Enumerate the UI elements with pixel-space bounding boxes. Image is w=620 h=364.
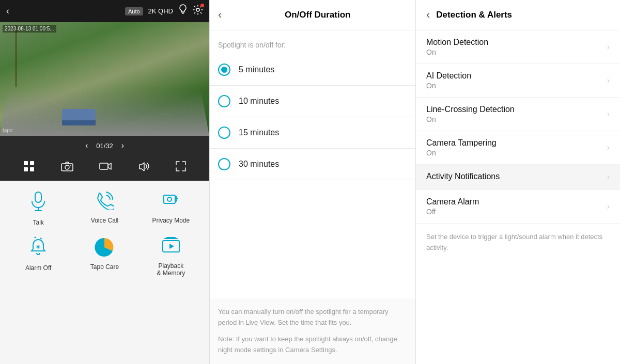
radio-10min (218, 95, 230, 107)
camera-alarm-item[interactable]: Camera Alarm Off › (416, 190, 620, 224)
line-crossing-chevron: › (607, 109, 610, 119)
motion-detection-title: Motion Detection (426, 38, 607, 47)
tapo-care-action[interactable]: Tapo Care (76, 236, 132, 277)
camera-header: ‹ Auto 2K QHD (0, 0, 209, 22)
ai-detection-content: AI Detection On (426, 71, 607, 90)
camera-feed: 2023-08-13 01:00:5... tapo (0, 22, 209, 136)
activity-notifications-title: Activity Notifications (426, 172, 607, 181)
record-icon[interactable] (99, 162, 112, 173)
alarm-off-icon (29, 236, 48, 261)
svg-rect-17 (34, 236, 36, 239)
svg-rect-18 (40, 238, 42, 240)
activity-notifications-chevron: › (607, 172, 610, 182)
label-5min: 5 minutes (239, 65, 274, 74)
svg-point-2 (196, 8, 199, 11)
fullscreen-icon[interactable] (176, 161, 186, 174)
privacy-mode-label: Privacy Mode (152, 217, 190, 224)
resolution-label: 2K QHD (148, 7, 173, 15)
activity-notifications-item[interactable]: Activity Notifications › (416, 165, 620, 190)
line-crossing-status: On (426, 115, 607, 123)
bulb-icon[interactable] (178, 4, 188, 18)
watermark: tapo (3, 128, 12, 133)
motion-detection-chevron: › (607, 42, 610, 52)
option-15min[interactable]: 15 minutes (210, 117, 415, 149)
header-controls: Auto 2K QHD (125, 4, 203, 18)
grid-icon[interactable] (23, 161, 35, 175)
motion-detection-item[interactable]: Motion Detection On › (416, 30, 620, 64)
svg-point-15 (167, 197, 172, 201)
svg-rect-1 (182, 13, 184, 14)
privacy-mode-icon (162, 191, 180, 214)
note-2: Note: If you want to keep the spotlight … (218, 334, 407, 356)
tapo-care-icon (94, 236, 115, 260)
middle-panel-title: On/Off Duration (228, 10, 407, 20)
svg-rect-3 (24, 161, 28, 165)
camera-tampering-item[interactable]: Camera Tampering On › (416, 131, 620, 165)
talk-label: Talk (33, 219, 43, 226)
camera-back-button[interactable]: ‹ (6, 6, 9, 17)
settings-icon[interactable] (193, 5, 203, 18)
voice-call-action[interactable]: Voice Call (76, 191, 132, 226)
ai-detection-chevron: › (607, 76, 610, 85)
line-crossing-content: Line-Crossing Detection On (426, 105, 607, 123)
svg-rect-7 (61, 164, 73, 171)
radio-5min (218, 64, 230, 76)
detection-alerts-panel: ‹ Detection & Alerts Motion Detection On… (416, 0, 620, 364)
camera-tampering-chevron: › (607, 143, 610, 152)
alarm-off-action[interactable]: Alarm Off (10, 236, 66, 277)
svg-rect-6 (30, 167, 34, 171)
line-crossing-item[interactable]: Line-Crossing Detection On › (416, 98, 620, 131)
ai-detection-title: AI Detection (426, 71, 607, 81)
detection-back-button[interactable]: ‹ (426, 8, 430, 22)
svg-rect-10 (100, 163, 108, 169)
note-1: You can manually turn on/off the spotlig… (218, 307, 407, 328)
camera-alarm-chevron: › (607, 202, 610, 211)
camera-alarm-title: Camera Alarm (426, 197, 607, 207)
motion-detection-status: On (426, 48, 607, 56)
ai-detection-status: On (426, 82, 607, 90)
svg-point-8 (65, 165, 69, 169)
voice-call-label: Voice Call (91, 217, 118, 224)
activity-notifications-content: Activity Notifications (426, 172, 607, 182)
onoff-duration-panel: ‹ On/Off Duration Spotlight is on/off fo… (209, 0, 416, 364)
svg-rect-16 (175, 198, 178, 199)
detection-panel-title: Detection & Alerts (436, 10, 512, 20)
frame-counter: 01/32 (96, 142, 113, 150)
talk-action[interactable]: Talk (10, 191, 66, 226)
camera-timestamp: 2023-08-13 01:00:5... (3, 25, 56, 33)
option-10min[interactable]: 10 minutes (210, 86, 415, 117)
detection-header: ‹ Detection & Alerts (416, 0, 620, 30)
svg-rect-5 (24, 167, 28, 171)
prev-frame-button[interactable]: ‹ (85, 141, 88, 150)
line-crossing-title: Line-Crossing Detection (426, 105, 607, 114)
option-30min[interactable]: 30 minutes (210, 149, 415, 180)
label-10min: 10 minutes (239, 97, 279, 106)
camera-alarm-status: Off (426, 208, 607, 216)
svg-rect-0 (181, 12, 184, 13)
motion-detection-content: Motion Detection On (426, 38, 607, 56)
next-frame-button[interactable]: › (121, 141, 124, 150)
playback-memory-action[interactable]: Playback& Memory (143, 236, 199, 277)
camera-tampering-content: Camera Tampering On (426, 138, 607, 157)
svg-rect-4 (30, 161, 34, 165)
label-30min: 30 minutes (239, 160, 279, 169)
svg-point-9 (70, 165, 71, 166)
ai-detection-item[interactable]: AI Detection On › (416, 64, 620, 98)
camera-nav: ‹ 01/32 › (0, 136, 209, 155)
camera-icon[interactable] (61, 161, 73, 174)
detection-items-list: Motion Detection On › AI Detection On › … (416, 30, 620, 364)
radio-30min (218, 158, 230, 170)
camera-panel: ‹ Auto 2K QHD (0, 0, 209, 364)
tapo-care-label: Tapo Care (90, 263, 119, 271)
camera-tampering-title: Camera Tampering (426, 138, 607, 148)
volume-icon[interactable] (138, 162, 149, 173)
camera-alarm-content: Camera Alarm Off (426, 197, 607, 216)
bottom-quick-actions: Talk Voice Call (0, 181, 209, 364)
middle-back-button[interactable]: ‹ (218, 8, 222, 22)
alarm-note: Set the device to trigger a light/sound … (416, 224, 620, 262)
svg-point-20 (37, 246, 39, 248)
option-5min[interactable]: 5 minutes (210, 54, 415, 86)
camera-tools (0, 155, 209, 181)
privacy-mode-action[interactable]: Privacy Mode (143, 191, 199, 226)
svg-rect-14 (164, 195, 175, 203)
